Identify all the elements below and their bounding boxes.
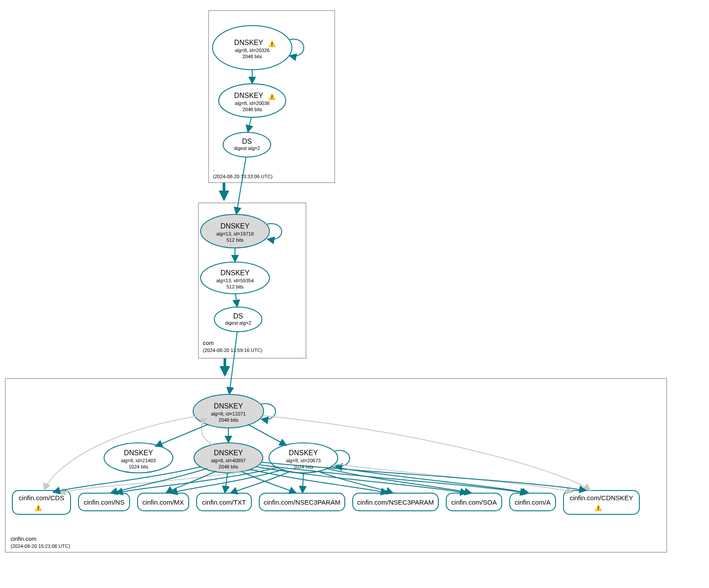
svg-text:alg=8, id=20038: alg=8, id=20038 — [235, 101, 270, 106]
svg-text:cinfin.com/MX: cinfin.com/MX — [142, 498, 184, 506]
svg-text:digest alg=2: digest alg=2 — [234, 146, 260, 151]
rrset-cds[interactable]: cinfin.com/CDS ⚠️ — [12, 491, 71, 514]
node-dnskey-com-ksk[interactable]: DNSKEY alg=13, id=19718 512 bits — [201, 214, 269, 248]
node-dnskey-root-zsk[interactable]: DNSKEY ⚠️ alg=8, id=20038 2048 bits — [219, 84, 286, 117]
svg-text:cinfin.com/NSEC3PARAM: cinfin.com/NSEC3PARAM — [357, 498, 434, 506]
svg-rect-25 — [5, 378, 667, 552]
edge-ksk-z1 — [155, 424, 208, 446]
svg-text:DNSKEY: DNSKEY — [220, 222, 250, 230]
svg-text:2048 bits: 2048 bits — [219, 464, 239, 469]
edge-com-zsk-ds — [235, 294, 237, 307]
zone-cinfin: cinfin.com (2024-08-20 15:21:06 UTC) — [5, 378, 667, 552]
svg-text:DS: DS — [233, 312, 243, 320]
edge-z3-nsec3a — [302, 473, 303, 493]
zone-root-label: . — [213, 166, 215, 172]
svg-text:DNSKEY: DNSKEY — [124, 449, 153, 457]
svg-text:2048 bits: 2048 bits — [243, 54, 262, 59]
svg-text:DNSKEY: DNSKEY — [289, 449, 318, 457]
rrset-nsec3a[interactable]: cinfin.com/NSEC3PARAM — [259, 493, 345, 511]
svg-text:alg=8, id=11071: alg=8, id=11071 — [211, 411, 246, 416]
warning-icon: ⚠️ — [268, 40, 276, 48]
svg-text:alg=8, id=40897: alg=8, id=40897 — [211, 458, 246, 463]
warning-icon: ⚠️ — [594, 504, 602, 512]
node-dnskey-cinfin-z1[interactable]: DNSKEY alg=8, id=21483 1024 bits — [104, 443, 173, 473]
rrset-ns[interactable]: cinfin.com/NS — [78, 493, 130, 511]
node-ds-com[interactable]: DS digest alg=2 — [214, 307, 262, 332]
edge-ds-com-ksk — [236, 157, 246, 214]
svg-text:cinfin.com/NS: cinfin.com/NS — [84, 498, 125, 506]
svg-text:DNSKEY: DNSKEY — [214, 449, 243, 457]
rrset-txt[interactable]: cinfin.com/TXT — [197, 493, 251, 511]
rrset-soa[interactable]: cinfin.com/SOA — [446, 493, 502, 511]
warning-icon: ⚠️ — [268, 93, 276, 101]
warning-icon: ⚠️ — [34, 504, 42, 512]
node-dnskey-cinfin-z2[interactable]: DNSKEY alg=8, id=40897 2048 bits — [194, 443, 263, 473]
zone-cinfin-label: cinfin.com — [11, 536, 37, 542]
svg-text:cinfin.com/NSEC3PARAM: cinfin.com/NSEC3PARAM — [264, 498, 340, 506]
rrset-a[interactable]: cinfin.com/A — [510, 493, 556, 511]
svg-text:DNSKEY: DNSKEY — [234, 92, 263, 99]
edge-z2-nsec3a — [241, 471, 296, 493]
zone-com-label: com — [203, 340, 214, 346]
edge-ksk-z3 — [248, 424, 287, 446]
rrset-nsec3b[interactable]: cinfin.com/NSEC3PARAM — [353, 493, 438, 511]
svg-text:alg=13, id=19718: alg=13, id=19718 — [216, 231, 254, 236]
svg-text:cinfin.com/A: cinfin.com/A — [515, 498, 551, 506]
svg-text:2048 bits: 2048 bits — [243, 107, 262, 112]
svg-text:512 bits: 512 bits — [227, 237, 244, 243]
node-dnskey-com-zsk[interactable]: DNSKEY alg=13, id=59354 512 bits — [201, 262, 269, 294]
svg-text:cinfin.com/CDS: cinfin.com/CDS — [19, 494, 64, 502]
zone-cinfin-ts: (2024-08-20 15:21:06 UTC) — [11, 543, 70, 549]
svg-text:1024 bits: 1024 bits — [129, 464, 149, 469]
node-dnskey-cinfin-ksk[interactable]: DNSKEY alg=8, id=11071 2048 bits — [193, 394, 264, 428]
svg-text:DNSKEY: DNSKEY — [220, 269, 250, 277]
svg-text:alg=8, id=20326: alg=8, id=20326 — [235, 48, 270, 53]
svg-text:cinfin.com/TXT: cinfin.com/TXT — [202, 498, 246, 506]
svg-text:alg=8, id=21483: alg=8, id=21483 — [121, 458, 156, 463]
svg-text:digest alg=2: digest alg=2 — [225, 320, 251, 326]
svg-text:cinfin.com/CDNSKEY: cinfin.com/CDNSKEY — [570, 494, 633, 502]
svg-text:cinfin.com/SOA: cinfin.com/SOA — [451, 498, 496, 506]
rrset-mx[interactable]: cinfin.com/MX — [138, 493, 189, 511]
svg-text:512 bits: 512 bits — [227, 284, 244, 289]
svg-text:DS: DS — [242, 138, 252, 145]
svg-text:DNSKEY: DNSKEY — [234, 39, 263, 46]
edge-ds-cinfin-ksk — [229, 332, 237, 394]
svg-text:DNSKEY: DNSKEY — [214, 402, 243, 410]
svg-text:alg=8, id=20673: alg=8, id=20673 — [286, 458, 321, 463]
svg-text:2048 bits: 2048 bits — [219, 417, 239, 423]
edge-z3-txt — [230, 471, 291, 493]
node-dnskey-root-ksk[interactable]: DNSKEY ⚠️ alg=8, id=20326 2048 bits — [213, 26, 292, 70]
node-ds-root[interactable]: DS digest alg=2 — [223, 132, 271, 157]
svg-text:alg=13, id=59354: alg=13, id=59354 — [216, 278, 254, 283]
edge-root-zsk-ds — [248, 117, 251, 132]
zone-com-ts: (2024-08-20 13:59:16 UTC) — [203, 348, 262, 353]
rrset-cdnskey[interactable]: cinfin.com/CDNSKEY ⚠️ — [563, 491, 639, 514]
